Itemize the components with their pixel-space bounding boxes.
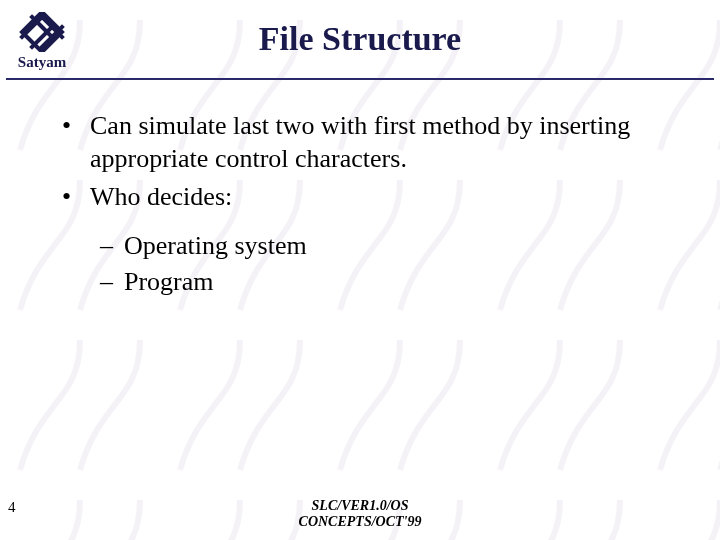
sub-list: Operating system Program	[56, 230, 680, 299]
sub-item: Operating system	[100, 230, 680, 263]
logo: Satyam	[0, 8, 84, 71]
logo-text: Satyam	[0, 54, 84, 71]
footer-line-2: CONCEPTS/OCT'99	[299, 514, 422, 529]
footer-line-1: SLC/VER1.0/OS	[312, 498, 409, 513]
header: Satyam File Structure	[0, 0, 720, 78]
sub-item: Program	[100, 266, 680, 299]
bullet-list: Can simulate last two with first method …	[56, 110, 680, 214]
footer: 4 SLC/VER1.0/OS CONCEPTS/OCT'99	[0, 486, 720, 534]
footer-text: SLC/VER1.0/OS CONCEPTS/OCT'99	[0, 498, 720, 530]
bullet-item: Who decides:	[56, 181, 680, 214]
logo-icon	[17, 12, 67, 52]
slide-title: File Structure	[84, 20, 720, 58]
slide: Satyam File Structure Can simulate last …	[0, 0, 720, 540]
bullet-item: Can simulate last two with first method …	[56, 110, 680, 175]
content-area: Can simulate last two with first method …	[0, 80, 720, 299]
